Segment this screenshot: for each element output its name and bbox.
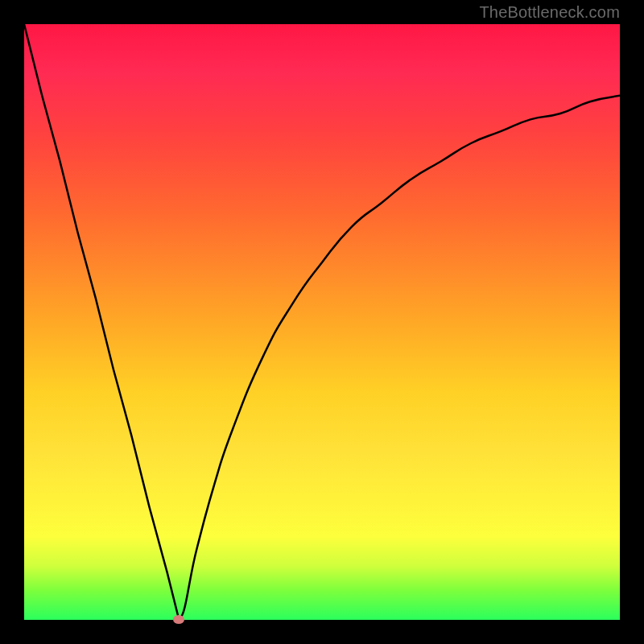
curve-svg (24, 24, 620, 620)
watermark-text: TheBottleneck.com (479, 3, 620, 22)
plot-area (24, 24, 620, 620)
min-marker (173, 615, 184, 624)
chart-frame: TheBottleneck.com (0, 0, 644, 644)
bottleneck-curve (24, 24, 620, 620)
